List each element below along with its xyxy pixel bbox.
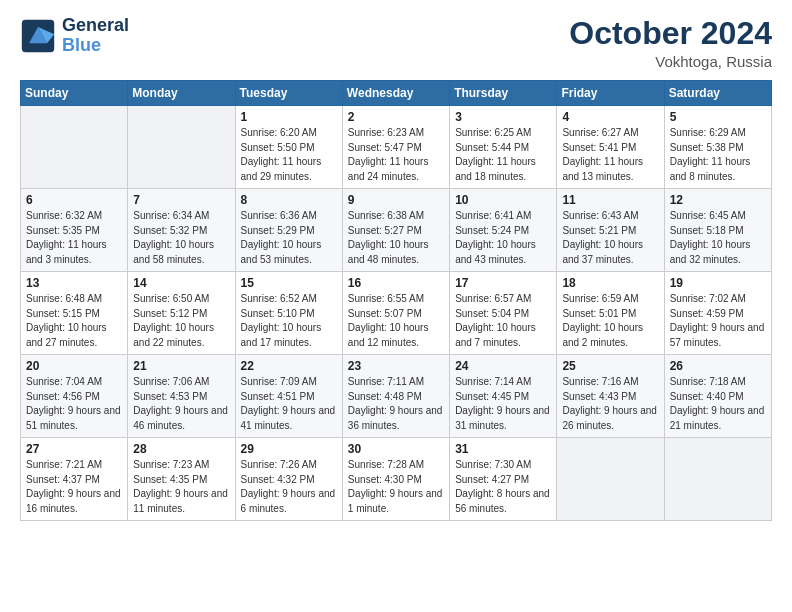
day-number: 25 [562,359,658,373]
day-cell: 19Sunrise: 7:02 AMSunset: 4:59 PMDayligh… [664,272,771,355]
day-info: Sunrise: 6:52 AMSunset: 5:10 PMDaylight:… [241,292,337,350]
calendar-table: SundayMondayTuesdayWednesdayThursdayFrid… [20,80,772,521]
day-info: Sunrise: 7:06 AMSunset: 4:53 PMDaylight:… [133,375,229,433]
day-cell: 5Sunrise: 6:29 AMSunset: 5:38 PMDaylight… [664,106,771,189]
day-cell: 23Sunrise: 7:11 AMSunset: 4:48 PMDayligh… [342,355,449,438]
day-cell: 28Sunrise: 7:23 AMSunset: 4:35 PMDayligh… [128,438,235,521]
week-row-2: 6Sunrise: 6:32 AMSunset: 5:35 PMDaylight… [21,189,772,272]
day-cell: 30Sunrise: 7:28 AMSunset: 4:30 PMDayligh… [342,438,449,521]
logo-text: General Blue [62,16,129,56]
day-info: Sunrise: 7:21 AMSunset: 4:37 PMDaylight:… [26,458,122,516]
day-info: Sunrise: 6:50 AMSunset: 5:12 PMDaylight:… [133,292,229,350]
day-info: Sunrise: 6:34 AMSunset: 5:32 PMDaylight:… [133,209,229,267]
day-info: Sunrise: 7:14 AMSunset: 4:45 PMDaylight:… [455,375,551,433]
col-header-friday: Friday [557,81,664,106]
day-info: Sunrise: 6:23 AMSunset: 5:47 PMDaylight:… [348,126,444,184]
location: Vokhtoga, Russia [569,53,772,70]
logo: General Blue [20,16,129,56]
day-info: Sunrise: 7:11 AMSunset: 4:48 PMDaylight:… [348,375,444,433]
day-number: 24 [455,359,551,373]
col-header-sunday: Sunday [21,81,128,106]
day-number: 31 [455,442,551,456]
day-info: Sunrise: 6:57 AMSunset: 5:04 PMDaylight:… [455,292,551,350]
header-row: SundayMondayTuesdayWednesdayThursdayFrid… [21,81,772,106]
day-info: Sunrise: 7:04 AMSunset: 4:56 PMDaylight:… [26,375,122,433]
day-number: 12 [670,193,766,207]
day-info: Sunrise: 6:59 AMSunset: 5:01 PMDaylight:… [562,292,658,350]
day-number: 19 [670,276,766,290]
day-cell: 7Sunrise: 6:34 AMSunset: 5:32 PMDaylight… [128,189,235,272]
day-cell: 31Sunrise: 7:30 AMSunset: 4:27 PMDayligh… [450,438,557,521]
day-cell: 11Sunrise: 6:43 AMSunset: 5:21 PMDayligh… [557,189,664,272]
day-number: 18 [562,276,658,290]
col-header-tuesday: Tuesday [235,81,342,106]
week-row-5: 27Sunrise: 7:21 AMSunset: 4:37 PMDayligh… [21,438,772,521]
day-cell: 6Sunrise: 6:32 AMSunset: 5:35 PMDaylight… [21,189,128,272]
logo-line2: Blue [62,35,101,55]
day-info: Sunrise: 7:28 AMSunset: 4:30 PMDaylight:… [348,458,444,516]
day-number: 26 [670,359,766,373]
day-cell: 13Sunrise: 6:48 AMSunset: 5:15 PMDayligh… [21,272,128,355]
week-row-3: 13Sunrise: 6:48 AMSunset: 5:15 PMDayligh… [21,272,772,355]
logo-icon [20,18,56,54]
day-number: 7 [133,193,229,207]
day-number: 23 [348,359,444,373]
col-header-thursday: Thursday [450,81,557,106]
day-cell: 25Sunrise: 7:16 AMSunset: 4:43 PMDayligh… [557,355,664,438]
day-cell: 8Sunrise: 6:36 AMSunset: 5:29 PMDaylight… [235,189,342,272]
day-cell: 27Sunrise: 7:21 AMSunset: 4:37 PMDayligh… [21,438,128,521]
day-info: Sunrise: 6:55 AMSunset: 5:07 PMDaylight:… [348,292,444,350]
day-number: 3 [455,110,551,124]
day-info: Sunrise: 6:45 AMSunset: 5:18 PMDaylight:… [670,209,766,267]
month-title: October 2024 [569,16,772,51]
week-row-4: 20Sunrise: 7:04 AMSunset: 4:56 PMDayligh… [21,355,772,438]
day-cell: 14Sunrise: 6:50 AMSunset: 5:12 PMDayligh… [128,272,235,355]
day-info: Sunrise: 6:43 AMSunset: 5:21 PMDaylight:… [562,209,658,267]
day-number: 5 [670,110,766,124]
day-cell: 24Sunrise: 7:14 AMSunset: 4:45 PMDayligh… [450,355,557,438]
col-header-monday: Monday [128,81,235,106]
day-number: 2 [348,110,444,124]
day-number: 20 [26,359,122,373]
day-number: 10 [455,193,551,207]
day-cell: 18Sunrise: 6:59 AMSunset: 5:01 PMDayligh… [557,272,664,355]
day-number: 27 [26,442,122,456]
day-number: 1 [241,110,337,124]
day-number: 16 [348,276,444,290]
day-cell: 2Sunrise: 6:23 AMSunset: 5:47 PMDaylight… [342,106,449,189]
col-header-wednesday: Wednesday [342,81,449,106]
page: General Blue October 2024 Vokhtoga, Russ… [0,0,792,612]
day-number: 29 [241,442,337,456]
day-info: Sunrise: 6:20 AMSunset: 5:50 PMDaylight:… [241,126,337,184]
day-number: 21 [133,359,229,373]
day-info: Sunrise: 6:27 AMSunset: 5:41 PMDaylight:… [562,126,658,184]
day-number: 4 [562,110,658,124]
day-info: Sunrise: 6:25 AMSunset: 5:44 PMDaylight:… [455,126,551,184]
day-info: Sunrise: 7:23 AMSunset: 4:35 PMDaylight:… [133,458,229,516]
day-number: 13 [26,276,122,290]
day-cell: 4Sunrise: 6:27 AMSunset: 5:41 PMDaylight… [557,106,664,189]
day-info: Sunrise: 6:36 AMSunset: 5:29 PMDaylight:… [241,209,337,267]
day-cell [664,438,771,521]
day-info: Sunrise: 7:30 AMSunset: 4:27 PMDaylight:… [455,458,551,516]
day-number: 22 [241,359,337,373]
day-number: 6 [26,193,122,207]
day-cell: 10Sunrise: 6:41 AMSunset: 5:24 PMDayligh… [450,189,557,272]
day-cell: 22Sunrise: 7:09 AMSunset: 4:51 PMDayligh… [235,355,342,438]
day-info: Sunrise: 7:18 AMSunset: 4:40 PMDaylight:… [670,375,766,433]
day-number: 28 [133,442,229,456]
day-info: Sunrise: 6:41 AMSunset: 5:24 PMDaylight:… [455,209,551,267]
day-number: 14 [133,276,229,290]
day-number: 15 [241,276,337,290]
logo-line1: General [62,16,129,36]
day-info: Sunrise: 6:29 AMSunset: 5:38 PMDaylight:… [670,126,766,184]
day-info: Sunrise: 7:02 AMSunset: 4:59 PMDaylight:… [670,292,766,350]
day-info: Sunrise: 6:32 AMSunset: 5:35 PMDaylight:… [26,209,122,267]
day-cell: 20Sunrise: 7:04 AMSunset: 4:56 PMDayligh… [21,355,128,438]
day-cell: 12Sunrise: 6:45 AMSunset: 5:18 PMDayligh… [664,189,771,272]
title-block: October 2024 Vokhtoga, Russia [569,16,772,70]
day-cell [128,106,235,189]
day-info: Sunrise: 7:16 AMSunset: 4:43 PMDaylight:… [562,375,658,433]
day-cell: 9Sunrise: 6:38 AMSunset: 5:27 PMDaylight… [342,189,449,272]
day-number: 9 [348,193,444,207]
